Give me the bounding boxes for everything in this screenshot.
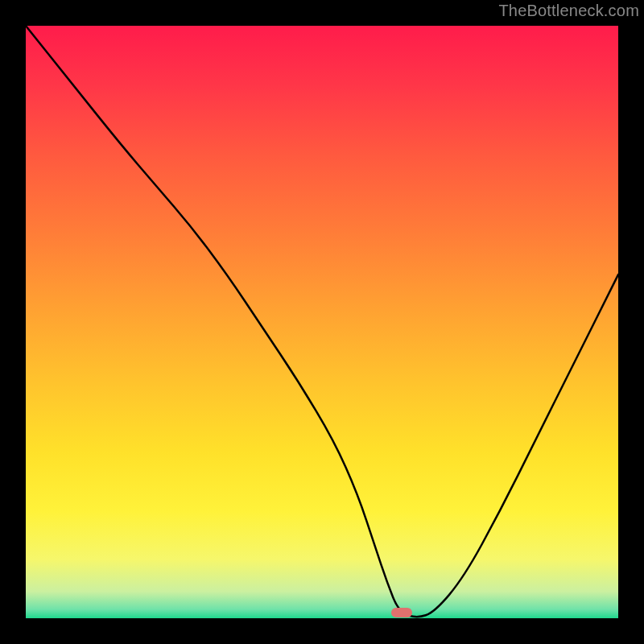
plot-area xyxy=(26,26,618,618)
gradient-rect xyxy=(26,26,618,618)
optimal-marker xyxy=(391,608,412,617)
watermark-text: TheBottleneck.com xyxy=(498,2,639,20)
chart-svg xyxy=(26,26,618,618)
chart-frame: TheBottleneck.com xyxy=(0,0,644,644)
